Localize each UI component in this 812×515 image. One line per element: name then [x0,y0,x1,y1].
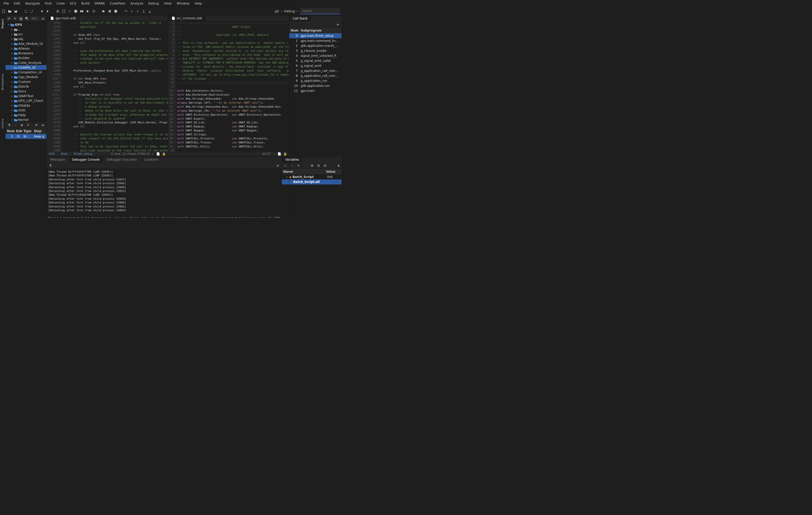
clear-console-icon[interactable]: ⚗ [48,163,53,168]
tree-item-builder[interactable]: ▸Builder [5,56,47,60]
x-icon[interactable]: ⊗ [20,123,24,127]
plus-icon[interactable]: ＋ [283,163,288,168]
tab-locations[interactable]: Locations [141,157,162,163]
menu-icon[interactable]: ≡ [41,16,45,21]
tree-item-gps_lsp_client[interactable]: ▸GPS_LSP_Client [5,98,47,103]
lock-icon[interactable]: 🔒 [283,152,287,156]
redo-icon[interactable] [29,9,34,13]
mode-label[interactable]: Debug [284,9,295,13]
tree-item-cpp_module[interactable]: ▸Cpp_Module [5,75,47,79]
target-icon[interactable] [56,9,60,13]
compile-icon[interactable] [74,9,78,13]
editor-tab-gps-main[interactable]: 📄 gps-main.adb [47,16,80,21]
callstack-row[interactable]: 6g_signal_emit [289,63,342,68]
tree-item-aliases[interactable]: ▸Aliases [5,46,47,51]
breadcrumb-seg[interactable]: Finish_Setup [74,152,92,156]
tree-item-custom[interactable]: ▸Custom [5,79,47,84]
build-all-icon[interactable] [80,9,84,13]
menu-find[interactable]: Find [43,1,54,6]
debugger-console[interactable]: [New Thread 0x7fffdfbf7700 (LWP 13935)] … [47,169,282,218]
callstack-row[interactable]: 10glib.application.run [289,83,342,88]
breakpoints-table[interactable]: Num Enb Type Disp 1 ☑ break keep g [5,128,47,153]
pencil-icon[interactable]: ✎ [26,123,30,127]
save-icon[interactable] [13,9,18,13]
global-search-input[interactable] [300,8,340,14]
tree-item-gtkada[interactable]: ▸GtkAda [5,103,47,108]
tree-item-gnattest[interactable]: ▸GNATTest [5,93,47,98]
tree-item-browsers[interactable]: ▸Browsers [5,51,47,56]
step-out-icon[interactable] [136,9,140,13]
upload-icon[interactable] [142,9,146,13]
tab-debugger-execution[interactable]: Debugger Execution [103,157,141,163]
vcs-label[interactable]: git [275,9,279,13]
menu-icon[interactable]: ≡ [41,123,45,127]
tree-item-src[interactable]: ▸src [5,32,47,36]
editor-body-left[interactable]: 2753275427552756˅27572758275927602761276… [47,21,168,152]
tree-item-distrib[interactable]: ▸Distrib [5,84,47,89]
tree-item-gvd[interactable]: ▸GVD [5,108,47,113]
menu-file[interactable]: File [1,1,11,6]
editor-tab-src-contexts[interactable]: 📄 src_contexts.adb [168,16,206,21]
menu-icon[interactable]: ≡ [276,163,280,168]
chevron-down-icon[interactable]: ▾ [297,10,298,12]
tab-messages[interactable]: Messages [47,157,68,163]
continue-icon[interactable] [102,9,106,13]
search-icon[interactable]: 🔍 [25,16,29,21]
callstack-row[interactable]: 5g_signal_emit_valist [289,58,342,63]
menu-navigate[interactable]: Navigate [23,1,42,6]
callstack-row[interactable]: 7g_application_call_command_l [289,68,342,73]
callstack-row[interactable]: 0gps.main.finish_setup [289,33,342,38]
open-folder-icon[interactable] [7,9,12,13]
tab-breakpoints[interactable]: Breakpoints [0,73,5,91]
nav-forward-icon[interactable] [46,9,50,13]
tree-root[interactable]: ▾GPS [5,22,47,27]
breadcrumb-seg[interactable]: GPS [49,152,55,156]
menu-icon[interactable]: ≡ [336,22,340,27]
tree-item-help[interactable]: ▸Help [5,113,47,117]
clean-icon[interactable] [67,9,72,13]
callstack-row[interactable]: 11gps.main [289,88,342,93]
tree-item-docs[interactable]: ▸Docs [5,89,47,93]
callstack-row[interactable]: 3g_closure_invoke [289,48,342,53]
debug-icon[interactable] [91,9,96,13]
menu-vcs[interactable]: VCS [68,1,78,6]
tab-outline[interactable]: Outline [0,118,5,130]
minus-icon[interactable]: － [13,123,18,127]
tree-item-obj[interactable]: ▸obj [5,36,47,41]
breadcrumb-seg[interactable]: Main [61,152,68,156]
menu-spark[interactable]: SPARK [92,1,107,6]
chevron-down-icon[interactable]: ▾ [281,10,282,12]
menu-code[interactable]: Code [55,1,67,6]
tree-item-..[interactable]: ▸.. [5,27,47,32]
callstack-row[interactable]: 1gps.main.command_line_callba [289,38,342,43]
callstack-row[interactable]: 4signal_emit_unlocked_R [289,53,342,58]
breakpoint-row[interactable]: 1 ☑ break keep g [5,134,47,139]
download-icon[interactable] [147,9,152,13]
lock-icon[interactable]: 🔒 [162,152,166,156]
menu-help[interactable]: Help [193,1,204,6]
step-over-icon[interactable] [123,9,128,13]
call-stack-table[interactable]: Num Subprogram 0gps.main.finish_setup1gp… [289,28,342,218]
pencil-icon[interactable]: ✎ [13,16,17,21]
bp-enabled-checkbox[interactable]: ☑ [14,134,22,139]
editor-body-right[interactable]: 123456789101112131415161718˅19˅20˅21˅22˅… [168,21,289,152]
tree-item-kernel[interactable]: ▸Kernel [5,117,47,122]
tree-item-codefix_ui[interactable]: ▸Codefix_UI [5,65,47,70]
tree-item-code_analysis[interactable]: ▸Code_Analysis [5,60,47,65]
refresh-icon[interactable]: ⟳ [34,123,38,127]
tab-call-stack[interactable]: Call Stack [289,16,311,22]
project-filter-input[interactable] [31,17,39,21]
build-icon[interactable] [61,9,66,13]
menu-edit[interactable]: Edit [12,1,22,6]
callstack-row[interactable]: 9g_application_run [289,78,342,83]
run-icon[interactable] [86,9,90,13]
doc-icon[interactable]: 📄 [156,152,160,156]
menu-codepeer[interactable]: CodePeer [108,1,127,6]
menu-view[interactable]: View [162,1,174,6]
menu-build[interactable]: Build [79,1,91,6]
undo-icon[interactable] [24,9,28,13]
refresh-icon[interactable]: ⟳ [7,16,11,21]
callstack-row[interactable]: 8g_application_call_command_li [289,73,342,78]
step-into-icon[interactable] [129,9,134,13]
stop-icon[interactable] [114,9,118,13]
